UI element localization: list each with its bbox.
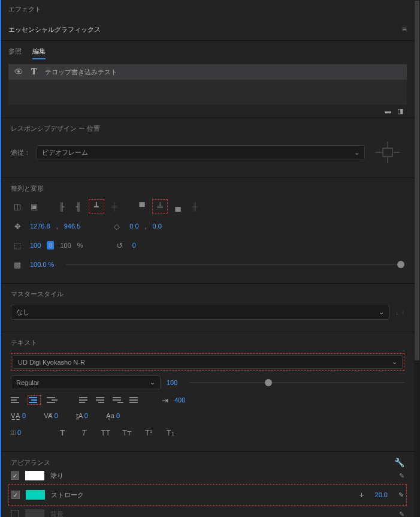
sync-up-icon[interactable]: ↑ — [401, 309, 405, 316]
master-title: マスタースタイル — [11, 290, 64, 299]
stroke-checkbox[interactable] — [11, 491, 20, 499]
panel-menu-icon[interactable]: ≡ — [402, 25, 407, 34]
size-slider[interactable] — [189, 382, 404, 383]
align-right-text[interactable] — [47, 396, 58, 404]
appearance-title: アピアランス — [11, 458, 50, 467]
font-dropdown[interactable]: UD Digi Kyokasho N-R⌄ — [13, 355, 403, 369]
align-j4[interactable] — [129, 396, 140, 404]
eyedropper-icon[interactable]: ✎ — [399, 472, 404, 480]
new-icon[interactable]: ◨ — [397, 107, 403, 115]
align-v3-icon[interactable]: ▄ — [171, 200, 185, 213]
align-center-icon[interactable]: ▣ — [28, 200, 41, 213]
stroke-label: ストローク — [51, 491, 84, 500]
align-center-text[interactable] — [29, 396, 40, 404]
align-left-icon[interactable]: ◫ — [11, 200, 24, 213]
bg-swatch[interactable] — [25, 509, 44, 517]
link-icon[interactable]: 8 — [47, 241, 54, 250]
folder-icon[interactable]: ▬ — [385, 107, 391, 115]
tsume-icon: あ̫ — [11, 429, 16, 436]
text-v1[interactable]: 0 — [22, 412, 26, 419]
align-v2-icon[interactable]: ╧ — [153, 200, 167, 213]
align-h1-icon[interactable]: ╟ — [55, 200, 68, 213]
align-v1-icon[interactable]: ▀ — [135, 200, 149, 213]
text-v4[interactable]: 0 — [116, 412, 120, 419]
text-title: テキスト — [11, 338, 404, 347]
svg-point-1 — [17, 70, 20, 73]
bold-icon[interactable]: T — [56, 426, 69, 439]
subtab-edit[interactable]: 編集 — [32, 47, 46, 59]
anchor-x[interactable]: 0.0 — [129, 223, 138, 230]
scale-icon: ⬚ — [11, 239, 24, 252]
opacity-icon: ▩ — [11, 258, 24, 271]
chevron-down-icon: ⌄ — [392, 358, 397, 366]
layer-name: テロップ書き込みテスト — [45, 68, 117, 77]
chevron-down-icon: ⌄ — [379, 308, 384, 316]
fill-checkbox[interactable] — [11, 471, 19, 480]
pos-y[interactable]: 946.5 — [64, 223, 81, 230]
anchor-y[interactable]: 0.0 — [153, 223, 162, 230]
panel-title: エッセンシャルグラフィックス — [8, 25, 101, 34]
subscript-icon[interactable]: T₁ — [164, 426, 177, 439]
layer-row[interactable]: T テロップ書き込みテスト — [8, 64, 407, 80]
move-icon: ✥ — [11, 220, 24, 233]
opacity-slider[interactable] — [66, 264, 404, 265]
align-title: 整列と変形 — [11, 184, 404, 193]
text-v5[interactable]: 0 — [17, 429, 21, 436]
rotation[interactable]: 0 — [132, 242, 136, 249]
responsive-title: レスポンシブデザイン ー 位置 — [11, 124, 404, 133]
text-v2[interactable]: 0 — [55, 412, 58, 419]
stroke-swatch[interactable] — [26, 490, 45, 500]
text-v3[interactable]: 0 — [84, 412, 88, 419]
scale2[interactable]: 100 — [60, 242, 71, 249]
add-stroke-icon[interactable]: + — [359, 490, 364, 500]
svg-rect-6 — [383, 148, 392, 157]
eyedropper-icon[interactable]: ✎ — [399, 510, 404, 518]
align-h4-icon[interactable]: ╪ — [108, 200, 121, 213]
va-icon: V̲A̲ — [11, 412, 20, 419]
opacity[interactable]: 100.0 % — [30, 261, 54, 268]
wrench-icon[interactable]: 🔧 — [394, 458, 404, 467]
bg-label: 背景 — [50, 510, 64, 518]
eye-icon[interactable] — [14, 68, 23, 76]
follow-label: 追従： — [11, 148, 31, 157]
master-dropdown[interactable]: なし⌄ — [11, 305, 389, 320]
align-j1[interactable] — [79, 396, 90, 404]
text-icon: T — [31, 67, 37, 77]
superscript-icon[interactable]: T¹ — [142, 426, 155, 439]
baseline-icon: A͈a — [106, 412, 114, 419]
bg-row: 背景 ✎ — [11, 506, 404, 517]
leading-icon: t͍A — [76, 412, 83, 419]
stroke-value[interactable]: 20.0 — [375, 491, 388, 498]
caps-icon[interactable]: TT — [99, 426, 112, 439]
italic-icon[interactable]: T — [77, 426, 90, 439]
scrollbar[interactable] — [414, 0, 420, 517]
fill-row: 塗り ✎ — [11, 467, 404, 484]
pin-constraint[interactable] — [371, 139, 404, 166]
small-caps-icon[interactable]: Tᴛ — [120, 426, 134, 439]
effects-tab[interactable]: エフェクト — [1, 0, 414, 19]
sync-down-icon[interactable]: ↓ — [395, 309, 399, 316]
scale1[interactable]: 100 — [30, 242, 41, 249]
align-left-text[interactable] — [11, 396, 22, 404]
align-v4-icon[interactable]: ╫ — [188, 200, 201, 213]
align-h3-icon[interactable]: ┻ — [90, 200, 103, 213]
font-size[interactable]: 100 — [167, 379, 177, 386]
align-h2-icon[interactable]: ╢ — [72, 200, 85, 213]
eyedropper-icon[interactable]: ✎ — [398, 491, 404, 499]
align-j3[interactable] — [113, 396, 123, 404]
chevron-down-icon: ⌄ — [354, 149, 359, 157]
pos-x[interactable]: 1276.8 — [30, 223, 50, 230]
subtab-browse[interactable]: 参照 — [8, 47, 22, 59]
fill-swatch[interactable] — [25, 471, 44, 480]
follow-dropdown[interactable]: ビデオフレーム⌄ — [37, 145, 365, 160]
va2-icon: VA̸ — [44, 412, 53, 419]
align-j2[interactable] — [96, 396, 107, 404]
stroke-row: ストローク + 20.0 ✎ — [11, 486, 404, 503]
fill-label: 塗り — [50, 471, 64, 480]
chevron-down-icon: ⌄ — [150, 378, 155, 386]
font-style-dropdown[interactable]: Regular⌄ — [11, 375, 161, 389]
bg-checkbox[interactable] — [11, 510, 19, 517]
anchor-icon: ◇ — [110, 220, 123, 233]
rotation-icon: ↺ — [113, 239, 126, 252]
tracking[interactable]: 400 — [174, 396, 185, 404]
